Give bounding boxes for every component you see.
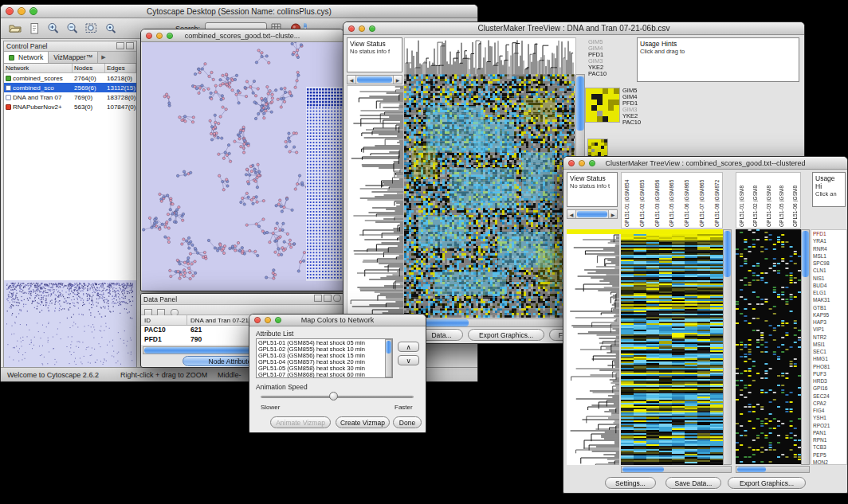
close-button[interactable]	[6, 7, 14, 15]
close-button[interactable]	[254, 317, 261, 323]
attribute-list-item[interactable]: GPL51-02 (GSM855) heat shock 10 min	[258, 346, 391, 353]
gene-label[interactable]: MAK31	[813, 296, 846, 303]
export-graphics-button[interactable]: Export Graphics...	[728, 477, 806, 489]
open-folder-icon[interactable]	[7, 21, 22, 36]
save-data-button[interactable]: Save Data...	[665, 477, 721, 489]
gene-label[interactable]: PUF3	[813, 370, 846, 377]
heatmap-hscrollbar[interactable]	[404, 318, 585, 327]
secondary-hscrollbar[interactable]	[736, 466, 810, 473]
attribute-list-item[interactable]: GPL51-07 (GSM868) heat shock 60 min	[258, 372, 391, 378]
zoom-fit-icon[interactable]	[84, 21, 99, 36]
network-canvas[interactable]	[142, 42, 343, 291]
gene-label[interactable]: SPC98	[813, 260, 846, 267]
move-down-button[interactable]: ∨	[398, 355, 419, 365]
done-button[interactable]: Done	[393, 416, 422, 428]
create-vizmap-button[interactable]: Create Vizmap	[336, 416, 390, 428]
gene-label[interactable]: HMG1	[813, 355, 846, 362]
gene-label[interactable]: RNR4	[813, 245, 846, 252]
zoom-button[interactable]	[589, 160, 595, 166]
gene-label[interactable]: RPO21	[813, 422, 846, 429]
scroll-right-arrow[interactable]: ▶	[393, 76, 402, 84]
tabs-overflow-arrow[interactable]: ▶	[98, 52, 108, 63]
scrollbar-thumb[interactable]	[576, 76, 584, 131]
gene-label[interactable]: HRD3	[813, 377, 846, 385]
gene-label[interactable]: BUD4	[813, 282, 846, 289]
attribute-list-item[interactable]: GPL51-01 (GSM854) heat shock 05 min	[258, 340, 391, 346]
gene-label[interactable]: CPA2	[813, 400, 846, 407]
attribute-list-item[interactable]: GPL51-04 (GSM857) heat shock 20 min	[258, 359, 391, 365]
network-view-titlebar[interactable]: combined_scores_good.txt--cluste...	[141, 29, 344, 42]
main-titlebar[interactable]: Cytoscape Desktop (Session Name: collins…	[1, 5, 477, 18]
row-dendrogram-canvas[interactable]	[567, 234, 619, 465]
gene-label[interactable]: RPN1	[813, 436, 846, 443]
gene-label[interactable]: PAN1	[813, 429, 846, 436]
close-button[interactable]	[146, 33, 152, 39]
gene-label[interactable]: CLN1	[813, 267, 846, 274]
tab-vizmapper[interactable]: VizMapper™	[49, 52, 98, 63]
scrollbar-thumb[interactable]	[802, 231, 809, 277]
row-dendrogram-canvas[interactable]	[347, 85, 404, 319]
close-button[interactable]	[348, 25, 355, 32]
gene-label[interactable]: MON2	[813, 459, 846, 465]
table-icon[interactable]	[314, 295, 322, 302]
minimize-button[interactable]	[156, 33, 163, 39]
scroll-thumb[interactable]	[357, 76, 392, 83]
heatmap-canvas[interactable]	[404, 74, 575, 318]
float-panel-icon[interactable]	[324, 295, 332, 302]
move-up-button[interactable]: ∧	[398, 342, 419, 352]
gene-label[interactable]: FIG4	[813, 407, 846, 414]
zoom-in-icon[interactable]	[45, 21, 61, 36]
scrollbar-thumb[interactable]	[622, 467, 664, 472]
network-row-combined-scores[interactable]: combined_scores 2764(0) 16218(0)	[4, 73, 136, 83]
gene-label[interactable]: KAP95	[813, 311, 846, 318]
gene-label[interactable]: NTR2	[813, 334, 846, 341]
animate-vizmap-button[interactable]: Animate Vizmap	[270, 416, 331, 428]
gene-label[interactable]: PFD1	[813, 230, 846, 237]
gene-label[interactable]: SEC24	[813, 393, 846, 400]
heatmap-vscrollbar[interactable]	[723, 229, 732, 465]
scrollbar-thumb[interactable]	[386, 341, 391, 354]
attribute-list-item[interactable]: GPL51-03 (GSM856) heat shock 15 min	[258, 353, 391, 359]
minimize-button[interactable]	[359, 25, 365, 32]
float-panel-icon[interactable]	[116, 42, 124, 49]
scrollbar-thumb[interactable]	[724, 231, 731, 277]
gene-label[interactable]: MSI1	[813, 341, 846, 348]
gene-label[interactable]: ELG1	[813, 289, 846, 296]
database-icon[interactable]	[333, 295, 341, 302]
scrollbar-thumb[interactable]	[144, 347, 262, 354]
zoom-selected-icon[interactable]	[103, 21, 118, 36]
close-panel-icon[interactable]	[126, 42, 134, 49]
zoom-button[interactable]	[167, 33, 173, 39]
save-data-button[interactable]: Data...	[420, 329, 463, 341]
import-file-icon[interactable]	[26, 21, 41, 36]
gene-label[interactable]: YSH1	[813, 414, 846, 421]
zoom-button[interactable]	[369, 25, 375, 32]
scrollbar-thumb[interactable]	[737, 467, 766, 472]
scroll-thumb[interactable]	[577, 211, 607, 217]
settings-button[interactable]: Settings...	[605, 477, 656, 489]
gene-label[interactable]: MSL1	[813, 252, 846, 260]
slider-handle[interactable]	[329, 392, 338, 400]
treeview-dna-titlebar[interactable]: ClusterMaker TreeView : DNA and Tran 07-…	[344, 22, 804, 35]
export-graphics-button[interactable]: Export Graphics...	[468, 329, 544, 341]
gene-label[interactable]: HAP3	[813, 318, 846, 326]
minimize-button[interactable]	[265, 317, 271, 323]
secondary-vscrollbar[interactable]	[801, 229, 810, 465]
gene-label[interactable]: SEC1	[813, 348, 846, 355]
attribute-list-item[interactable]: GPL51-05 (GSM858) heat shock 30 min	[258, 365, 391, 372]
gene-label[interactable]: PHO81	[813, 363, 846, 370]
secondary-heatmap-canvas[interactable]	[736, 229, 801, 464]
scroll-left-arrow[interactable]: ◀	[347, 76, 356, 84]
close-button[interactable]	[568, 160, 575, 166]
tab-network[interactable]: Network	[4, 52, 49, 63]
gene-label[interactable]: TCB3	[813, 443, 846, 451]
gene-label[interactable]: VIP1	[813, 326, 846, 333]
minimize-button[interactable]	[18, 7, 26, 15]
attribute-listbox[interactable]: GPL51-01 (GSM854) heat shock 05 minGPL51…	[256, 338, 393, 378]
network-overview-thumbnail[interactable]	[4, 280, 136, 368]
network-row-dna-tran[interactable]: DNA and Tran 07 769(0) 183728(0)	[4, 92, 136, 102]
scroll-right-arrow[interactable]: ▶	[608, 210, 617, 218]
gene-label[interactable]: PEP5	[813, 451, 846, 459]
minimize-button[interactable]	[579, 160, 585, 166]
zoom-button[interactable]	[275, 317, 281, 323]
